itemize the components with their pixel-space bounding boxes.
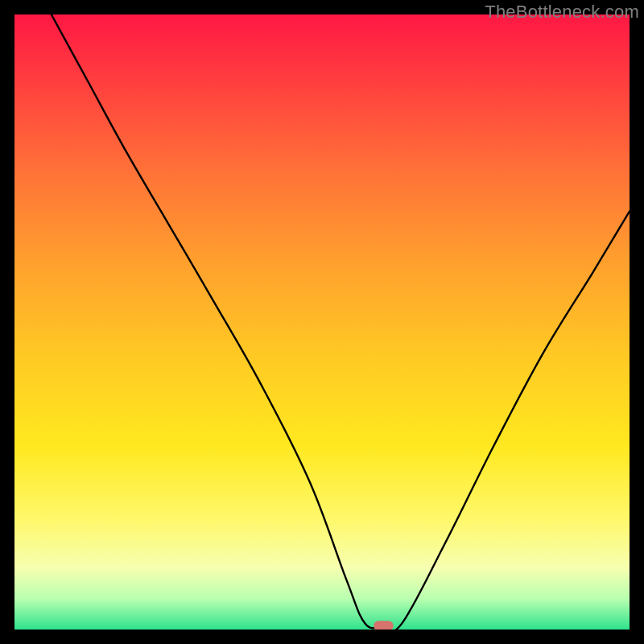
chart-frame: TheBottleneck.com: [0, 0, 644, 644]
plot-area: [14, 14, 630, 630]
bottleneck-chart-svg: [14, 14, 630, 630]
watermark-text: TheBottleneck.com: [485, 2, 639, 23]
gradient-background: [14, 14, 630, 630]
optimal-marker: [374, 621, 393, 630]
